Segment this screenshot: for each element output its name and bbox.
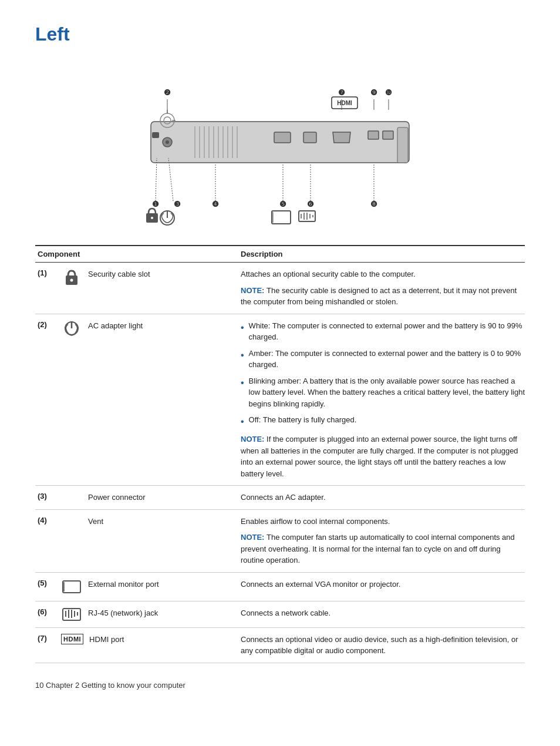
svg-rect-11 — [152, 132, 159, 138]
row-label-1: Security cable slot — [88, 268, 150, 278]
row-left-6: (6) RJ-45 (network) jack — [35, 607, 235, 621]
row-num-3: (3) — [38, 492, 55, 500]
network-jack-icon — [61, 607, 82, 621]
page-title: Left — [35, 23, 525, 45]
row-left-3: (3) Power connector — [35, 492, 235, 502]
row-label-2: AC adapter light — [88, 320, 143, 330]
svg-rect-17 — [368, 131, 379, 139]
svg-point-47 — [151, 217, 153, 219]
row-label-4: Vent — [88, 516, 103, 526]
row-label-7: HDMI port — [89, 634, 124, 644]
row-label-3: Power connector — [88, 492, 146, 502]
row-desc-6: Connects a network cable. — [235, 607, 525, 619]
svg-rect-49 — [272, 211, 291, 224]
svg-text:❻: ❻ — [307, 200, 314, 209]
row-left-4: (4) Vent — [35, 516, 235, 526]
row-desc-1: Attaches an optional security cable to t… — [235, 268, 525, 308]
svg-line-31 — [168, 158, 173, 201]
svg-text:HDMI: HDMI — [337, 100, 352, 106]
note-2: NOTE: If the computer is plugged into an… — [241, 434, 525, 479]
svg-point-13 — [166, 140, 169, 144]
table-row: (6) RJ-45 (network) jack Connects a netw… — [35, 601, 525, 628]
svg-text:❷: ❷ — [164, 88, 171, 97]
table-row: (5) External monitor port Connects an ex… — [35, 573, 525, 601]
row-num-4: (4) — [38, 516, 55, 525]
row-desc-4: Enables airflow to cool internal compone… — [235, 516, 525, 566]
laptop-diagram: HDMI ❶ ❷ ❸ ❹ ❺ ❻ — [35, 57, 525, 239]
col-component-header: Component — [35, 250, 235, 258]
col-description-header: Description — [235, 250, 525, 258]
table-row: (2) AC adapter light • White: The comput… — [35, 314, 525, 486]
row-left-2: (2) AC adapter light — [35, 320, 235, 337]
row-num-2: (2) — [38, 320, 55, 329]
monitor-port-icon — [61, 579, 82, 595]
row-desc-2: • White: The computer is connected to ex… — [235, 320, 525, 480]
svg-rect-15 — [303, 132, 316, 143]
row-label-6: RJ-45 (network) jack — [88, 607, 158, 617]
components-table: Component Description (1) Security cable… — [35, 245, 525, 663]
svg-text:❺: ❺ — [279, 200, 286, 209]
note-1: NOTE: The security cable is designed to … — [241, 285, 525, 308]
row-num-1: (1) — [38, 268, 55, 277]
table-row: (7) HDMI HDMI port Connects an optional … — [35, 628, 525, 663]
svg-text:❿: ❿ — [385, 88, 392, 97]
svg-point-58 — [70, 279, 73, 282]
page-footer: 10 Chapter 2 Getting to know your comput… — [35, 681, 525, 690]
svg-rect-18 — [383, 131, 393, 139]
svg-marker-16 — [333, 132, 350, 143]
svg-text:❹: ❹ — [212, 200, 219, 209]
row-left-5: (5) External monitor port — [35, 579, 235, 595]
list-item: • White: The computer is connected to ex… — [241, 320, 525, 343]
svg-text:❶: ❶ — [152, 200, 159, 209]
row-num-5: (5) — [38, 579, 55, 587]
row-num-6: (6) — [38, 607, 55, 616]
row-left-1: (1) Security cable slot — [35, 268, 235, 285]
hdmi-icon: HDMI — [61, 634, 83, 644]
power-adapter-icon — [61, 320, 82, 337]
table-header: Component Description — [35, 246, 525, 263]
svg-rect-14 — [274, 132, 291, 143]
table-row: (3) Power connector Connects an AC adapt… — [35, 486, 525, 510]
svg-text:❽: ❽ — [370, 200, 377, 209]
svg-line-27 — [156, 158, 157, 201]
list-item: • Amber: The computer is connected to ex… — [241, 348, 525, 371]
svg-text:❾: ❾ — [370, 88, 377, 97]
bullet-list-2: • White: The computer is connected to ex… — [241, 320, 525, 429]
lock-icon — [61, 268, 82, 285]
row-left-7: (7) HDMI HDMI port — [35, 634, 235, 644]
svg-text:❼: ❼ — [338, 88, 345, 97]
table-row: (4) Vent Enables airflow to cool interna… — [35, 510, 525, 573]
row-desc-5: Connects an external VGA monitor or proj… — [235, 579, 525, 590]
svg-rect-19 — [397, 127, 408, 163]
svg-rect-60 — [63, 581, 80, 593]
note-4: NOTE: The computer fan starts up automat… — [241, 532, 525, 566]
svg-text:❸: ❸ — [174, 200, 181, 209]
table-row: (1) Security cable slot Attaches an opti… — [35, 263, 525, 314]
row-desc-3: Connects an AC adapter. — [235, 492, 525, 503]
list-item: • Blinking amber: A battery that is the … — [241, 375, 525, 410]
row-num-7: (7) — [38, 634, 55, 643]
row-label-5: External monitor port — [88, 579, 159, 589]
row-desc-7: Connects an optional video or audio devi… — [235, 634, 525, 657]
list-item: • Off: The battery is fully charged. — [241, 414, 525, 429]
